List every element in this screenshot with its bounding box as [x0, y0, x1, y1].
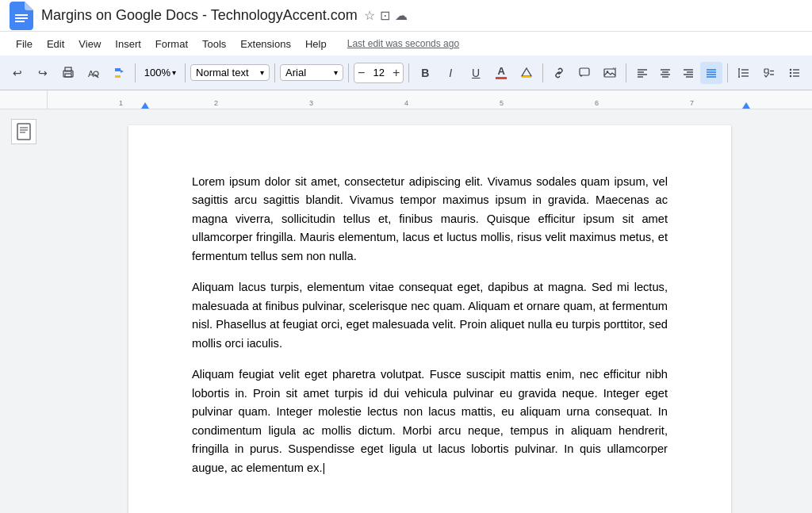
- ruler-side-left: [0, 90, 48, 109]
- svg-rect-34: [764, 69, 768, 73]
- divider-4: [348, 63, 349, 82]
- paint-format-button[interactable]: [108, 62, 130, 84]
- svg-rect-5: [65, 74, 71, 77]
- layout-icon: [16, 123, 32, 140]
- svg-point-38: [790, 71, 791, 73]
- highlight-button[interactable]: [515, 62, 538, 84]
- text-color-bar: [496, 77, 507, 79]
- menu-extensions[interactable]: Extensions: [234, 35, 297, 53]
- font-size-control: − 12 +: [354, 63, 404, 83]
- align-left-icon: [636, 67, 649, 79]
- menu-view[interactable]: View: [72, 35, 107, 53]
- menu-bar: File Edit View Insert Format Tools Exten…: [0, 32, 812, 56]
- link-button[interactable]: [548, 62, 570, 84]
- title-bar: Margins on Google Docs - TechnologyAccen…: [0, 0, 812, 32]
- menu-help[interactable]: Help: [299, 35, 333, 53]
- svg-rect-9: [115, 75, 121, 78]
- sidebar-left: [0, 109, 48, 513]
- last-edit-status: Last edit was seconds ago: [341, 35, 465, 52]
- image-icon: [603, 67, 616, 79]
- italic-button[interactable]: I: [439, 62, 462, 84]
- menu-tools[interactable]: Tools: [196, 35, 232, 53]
- align-right-icon: [682, 67, 695, 79]
- divider-8: [727, 63, 728, 82]
- text-color-a-icon: A: [497, 66, 504, 76]
- divider-5: [408, 63, 409, 82]
- divider-3: [274, 63, 275, 82]
- align-center-icon: [659, 67, 672, 79]
- paragraph-1: Lorem ipsum dolor sit amet, consectetur …: [192, 173, 668, 266]
- align-right-button[interactable]: [677, 62, 699, 84]
- page-content[interactable]: Lorem ipsum dolor sit amet, consectetur …: [192, 173, 668, 477]
- comment-icon: [578, 67, 591, 79]
- ruler-row: 1 2 3 4 5 6 7: [0, 90, 812, 109]
- menu-file[interactable]: File: [10, 35, 39, 53]
- align-justify-icon: [705, 67, 718, 79]
- align-left-button[interactable]: [631, 62, 653, 84]
- bold-button[interactable]: B: [414, 62, 436, 84]
- divider-2: [185, 63, 186, 82]
- font-size-decrease[interactable]: −: [354, 66, 368, 80]
- svg-marker-10: [522, 68, 531, 76]
- list-options-button[interactable]: [783, 62, 806, 84]
- zoom-dropdown-icon: ▾: [172, 68, 176, 77]
- highlight-icon: [520, 67, 533, 79]
- move-icon[interactable]: ⊡: [380, 8, 390, 23]
- style-selector[interactable]: Normal text ▾: [190, 64, 270, 81]
- spell-check-button[interactable]: A: [82, 62, 105, 84]
- svg-rect-2: [15, 21, 25, 22]
- comment-button[interactable]: [573, 62, 596, 84]
- zoom-selector[interactable]: 100% ▾: [140, 64, 180, 81]
- title-icons: ☆ ⊡ ☁: [364, 8, 408, 23]
- menu-insert[interactable]: Insert: [109, 35, 147, 53]
- font-dropdown-icon: ▾: [334, 68, 338, 77]
- page-layout-icon[interactable]: [11, 119, 36, 144]
- align-group: [631, 62, 722, 84]
- svg-rect-1: [15, 17, 28, 19]
- ruler: 1 2 3 4 5 6 7: [48, 90, 812, 109]
- svg-rect-13: [604, 69, 615, 77]
- paragraph-3: Aliquam feugiat velit eget pharetra volu…: [192, 366, 668, 477]
- svg-point-37: [790, 68, 791, 70]
- star-icon[interactable]: ☆: [364, 8, 375, 23]
- svg-rect-11: [522, 76, 531, 78]
- print-icon: [62, 67, 75, 79]
- main-area: Lorem ipsum dolor sit amet, consectetur …: [0, 109, 812, 513]
- spell-icon: A: [87, 67, 100, 79]
- font-value: Arial: [285, 67, 306, 78]
- text-color-button[interactable]: A: [490, 62, 512, 84]
- undo-button[interactable]: ↩: [6, 62, 29, 84]
- zoom-value: 100%: [144, 67, 170, 78]
- underline-button[interactable]: U: [465, 62, 487, 84]
- toolbar: ↩ ↪ A 100% ▾ Normal text ▾ Arial ▾ − 12 …: [0, 56, 812, 90]
- image-button[interactable]: [599, 62, 621, 84]
- paragraph-2: Aliquam lacus turpis, elementum vitae co…: [192, 278, 668, 353]
- docs-icon: [10, 2, 33, 30]
- svg-rect-43: [17, 124, 30, 140]
- menu-format[interactable]: Format: [149, 35, 194, 53]
- title-info: Margins on Google Docs - TechnologyAccen…: [41, 7, 802, 24]
- align-center-button[interactable]: [654, 62, 676, 84]
- divider-1: [135, 63, 136, 82]
- divider-7: [626, 63, 626, 82]
- font-selector[interactable]: Arial ▾: [280, 64, 343, 81]
- print-button[interactable]: [57, 62, 79, 84]
- font-size-increase[interactable]: +: [389, 66, 403, 80]
- list-options-icon: [788, 67, 801, 79]
- menu-edit[interactable]: Edit: [40, 35, 71, 53]
- content-area: Lorem ipsum dolor sit amet, consectetur …: [48, 109, 812, 513]
- checklist-button[interactable]: [758, 62, 780, 84]
- font-size-value[interactable]: 12: [368, 67, 389, 78]
- link-icon: [553, 67, 565, 79]
- document-page[interactable]: Lorem ipsum dolor sit amet, consectetur …: [128, 125, 731, 513]
- style-dropdown-icon: ▾: [260, 68, 264, 77]
- redo-button[interactable]: ↪: [32, 62, 54, 84]
- style-value: Normal text: [196, 67, 248, 78]
- paint-icon: [113, 67, 125, 79]
- checklist-icon: [763, 67, 776, 79]
- cloud-icon: ☁: [395, 8, 408, 23]
- align-justify-button[interactable]: [700, 62, 722, 84]
- svg-point-39: [790, 75, 791, 76]
- line-spacing-button[interactable]: [733, 62, 755, 84]
- document-title: Margins on Google Docs - TechnologyAccen…: [41, 7, 358, 24]
